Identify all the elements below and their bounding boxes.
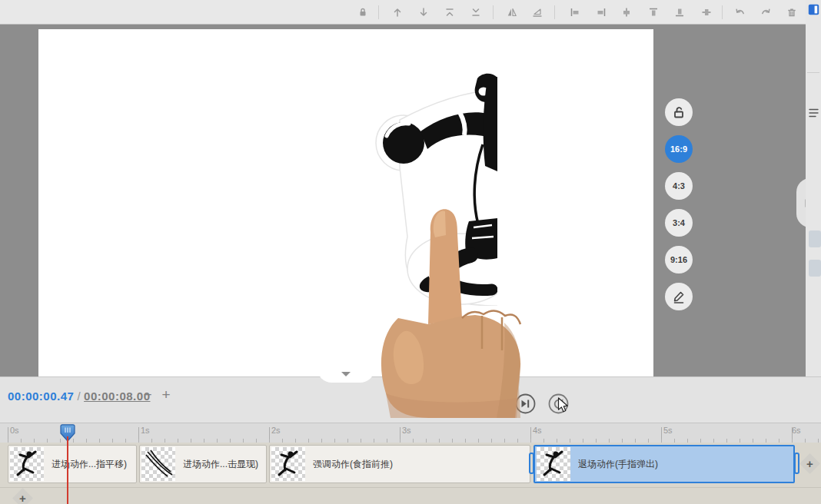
ruler-label-4s: 4s: [533, 426, 542, 435]
clip-trim-handle-left[interactable]: [529, 453, 534, 474]
flip-horizontal-icon[interactable]: [503, 3, 521, 22]
edit-canvas-button[interactable]: [665, 283, 693, 310]
top-toolbar: [0, 0, 821, 25]
toolbar-divider: [493, 5, 494, 19]
pause-icon: [481, 392, 505, 416]
ruler-label-5s: 5s: [663, 426, 673, 435]
clip-label: 进场动作...指平移): [52, 458, 127, 471]
timeline-second-track: +: [0, 487, 821, 504]
undo-icon[interactable]: [730, 3, 749, 22]
clip-entrance-pan[interactable]: 进场动作...指平移): [8, 445, 137, 483]
panel-item[interactable]: [809, 230, 821, 247]
pause-button[interactable]: [481, 392, 505, 416]
toolbar-divider: [722, 5, 723, 19]
chevron-down-icon: [341, 372, 351, 376]
canvas-pulltab[interactable]: [317, 367, 375, 383]
aspect-9-16-button[interactable]: 9:16: [665, 246, 693, 274]
time-display: 00:00:00.47/00:00:08.00: [8, 390, 150, 403]
playhead-line: [67, 436, 68, 504]
replay-icon: [548, 393, 569, 414]
panel-icon[interactable]: [808, 4, 819, 15]
timeline-clips-area: 进场动作...指平移) 进场动作...击显现) 强调动作(食指前推) 退场动作(…: [0, 443, 821, 504]
unlock-icon: [671, 104, 686, 120]
skip-to-start-button[interactable]: [450, 393, 471, 414]
right-panel-strip: [806, 0, 821, 376]
clip-thumbnail: [10, 447, 44, 481]
skip-to-end-icon: [515, 393, 536, 414]
playback-bar: 00:00:00.47/00:00:08.00 − +: [0, 376, 821, 423]
pencil-icon: [671, 289, 686, 304]
clip-thumbnail: [271, 447, 305, 481]
align-middle-vertical-icon[interactable]: [697, 3, 716, 22]
toolbar-divider: [378, 5, 379, 19]
aspect-4-3-label: 4:3: [673, 181, 685, 191]
timeline-zoom-out-button[interactable]: −: [141, 386, 155, 403]
ruler-label-2s: 2s: [271, 426, 281, 435]
aspect-16-9-button[interactable]: 16:9: [665, 135, 693, 163]
ruler-label-3s: 3s: [402, 426, 411, 435]
aspect-3-4-label: 3:4: [673, 218, 685, 227]
toolbar-divider: [554, 5, 555, 19]
aspect-9-16-label: 9:16: [670, 255, 687, 264]
align-right-icon[interactable]: [592, 3, 610, 22]
figure-illustration: [38, 29, 653, 376]
clip-label: 退场动作(手指弹出): [578, 458, 658, 471]
ruler-label-6s: 6s: [792, 426, 801, 435]
plus-icon: +: [19, 492, 26, 504]
strip-divider: [807, 72, 819, 73]
redo-icon[interactable]: [756, 3, 775, 22]
move-up-icon[interactable]: [388, 3, 407, 22]
timeline-ruler[interactable]: 0s 1s 2s 3s 4s 5s 6s: [0, 423, 821, 443]
flip-vertical-icon[interactable]: [528, 3, 547, 22]
timeline-zoom-in-button[interactable]: +: [159, 386, 173, 403]
aspect-16-9-label: 16:9: [670, 144, 687, 154]
ruler-label-0s: 0s: [10, 426, 19, 435]
aspect-4-3-button[interactable]: 4:3: [665, 172, 693, 200]
align-center-horizontal-icon[interactable]: [617, 3, 636, 22]
canvas-unlock-button[interactable]: [665, 98, 693, 126]
clip-entrance-tap[interactable]: 进场动作...击显现): [139, 445, 267, 483]
bring-to-front-icon[interactable]: [440, 3, 459, 22]
add-track-button[interactable]: +: [12, 488, 33, 504]
list-icon[interactable]: [809, 108, 819, 118]
panel-item[interactable]: [809, 260, 821, 277]
move-down-icon[interactable]: [414, 3, 433, 22]
add-clip-button[interactable]: +: [799, 453, 820, 474]
clip-emphasis-push[interactable]: 强调动作(食指前推): [269, 445, 530, 483]
align-bottom-icon[interactable]: [670, 3, 689, 22]
skip-to-end-button[interactable]: [515, 393, 536, 414]
plus-icon: +: [806, 458, 813, 469]
workspace: 16:9 4:3 3:4 9:16: [0, 25, 821, 376]
ruler-label-1s: 1s: [141, 426, 150, 435]
clip-thumbnail: [537, 447, 570, 481]
time-separator: /: [74, 390, 84, 403]
clip-exit-flick[interactable]: 退场动作(手指弹出): [533, 445, 795, 483]
skip-to-start-icon: [450, 393, 471, 414]
clip-label: 进场动作...击显现): [183, 458, 258, 471]
animation-canvas[interactable]: [38, 29, 653, 376]
lock-icon[interactable]: [354, 3, 372, 22]
aspect-3-4-button[interactable]: 3:4: [665, 209, 693, 237]
align-top-icon[interactable]: [644, 3, 663, 22]
current-time: 00:00:00.47: [8, 390, 74, 403]
align-left-icon[interactable]: [566, 3, 584, 22]
delete-icon[interactable]: [783, 3, 801, 22]
clip-thumbnail: [141, 447, 175, 481]
animation-editor-window: 16:9 4:3 3:4 9:16 00:00:00.47/00:00:08.0…: [0, 0, 821, 504]
clip-label: 强调动作(食指前推): [313, 458, 393, 471]
replay-button[interactable]: [548, 393, 569, 414]
send-to-back-icon[interactable]: [467, 3, 485, 22]
